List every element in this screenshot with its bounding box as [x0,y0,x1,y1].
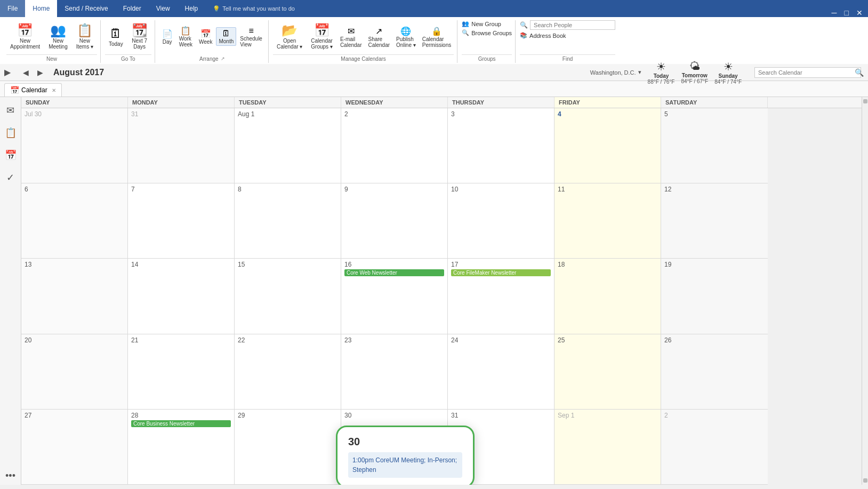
sidebar-mail-icon[interactable]: ✉ [3,101,18,119]
minimize-button[interactable]: ─ [829,9,840,17]
cell-aug13[interactable]: 13 [21,259,128,334]
cell-aug30[interactable]: 30 30 1:00pm CoreUM Meeting; In-Person; … [341,410,448,485]
work-week-button[interactable]: 📋 WorkWeek [176,24,195,49]
cell-aug26[interactable]: 26 [661,334,768,410]
sidebar-tasks-icon[interactable]: 📋 [2,124,20,142]
cell-aug29[interactable]: 29 [235,410,341,485]
share-calendar-label: ShareCalendar [368,36,390,48]
next-month-button[interactable]: ▶ [34,67,47,78]
cell-sep1[interactable]: Sep 1 [554,410,661,485]
cell-aug15[interactable]: 15 [235,259,341,334]
day-view-button[interactable]: 📄 Day [159,27,175,46]
tab-send-receive[interactable]: Send / Receive [57,0,115,17]
cell-aug21[interactable]: 21 [128,334,235,410]
cell-aug16[interactable]: 16 Core Web Newsletter [341,259,448,334]
sunday-temp: 84°F / 74°F [714,79,742,85]
cell-sep2[interactable]: 2 [661,410,768,485]
prev-month-button[interactable]: ◀ [19,67,33,78]
month-icon: 🗓 [222,29,230,38]
new-meeting-button[interactable]: 👥 New Meeting [45,21,71,52]
cell-aug27[interactable]: 27 [21,410,128,485]
cell-aug12[interactable]: 12 [661,183,768,259]
cell-jul30[interactable]: Jul 30 [21,108,128,183]
cell-aug22[interactable]: 22 [235,334,341,410]
tab-tell-me[interactable]: 💡 Tell me what you want to do [205,0,302,17]
sidebar-contacts-icon[interactable]: ✓ [3,169,18,187]
sidebar-calendar-icon[interactable]: 📅 [2,146,20,164]
cell-aug28[interactable]: 28 Core Business Newsletter [128,410,235,485]
email-calendar-button[interactable]: ✉ E-mailCalendar [337,25,365,50]
cell-jul31[interactable]: 31 [128,108,235,183]
cell-aug23[interactable]: 23 [341,334,448,410]
cell-aug3[interactable]: 3 [448,108,554,183]
tab-file[interactable]: File [0,0,25,17]
month-button[interactable]: 🗓 Month [216,27,236,46]
calendar-groups-button[interactable]: 📅 CalendarGroups ▾ [307,21,336,52]
arrange-dialog-icon[interactable]: ↗ [221,56,225,61]
cell-aug5[interactable]: 5 [661,108,768,183]
cell-aug24[interactable]: 24 [448,334,554,410]
next7days-button[interactable]: 📆 Next 7Days [128,21,151,52]
cell-aug9[interactable]: 9 [341,183,448,259]
event-core-web-newsletter[interactable]: Core Web Newsletter [344,269,444,276]
goto-group-label: Go To [105,54,151,63]
new-appointment-button[interactable]: 📅 New Appointment [6,21,44,52]
new-group-button[interactable]: 👥 New Group [462,20,501,27]
browse-groups-button[interactable]: 🔍 Browse Groups [462,29,512,36]
cell-aug1[interactable]: Aug 1 [235,108,341,183]
new-items-button[interactable]: 📋 NewItems ▾ [73,21,97,52]
maximize-button[interactable]: □ [841,9,852,17]
tab-view[interactable]: View [149,0,178,17]
week-3: 13 14 15 16 Core Web Newsletter 17 Core … [21,259,862,334]
scroll-up-arrow[interactable] [863,99,867,103]
search-calendar-icon[interactable]: 🔍 [855,68,864,77]
close-button[interactable]: ✕ [853,9,866,17]
cell-aug4[interactable]: 4 [554,108,661,183]
tab-help[interactable]: Help [178,0,206,17]
work-week-icon: 📋 [180,26,191,36]
cell-aug19[interactable]: 19 [661,259,768,334]
cell-aug10[interactable]: 10 [448,183,554,259]
scrollbar[interactable] [862,97,868,485]
calendar-permissions-button[interactable]: 🔒 CalendarPermissions [420,25,454,50]
today-label: Today [654,73,669,79]
cell-aug18[interactable]: 18 [554,259,661,334]
calendar-tab-label: Calendar [21,86,47,94]
cell-aug25[interactable]: 25 [554,334,661,410]
search-people-input[interactable] [530,20,615,30]
cell-aug6[interactable]: 6 [21,183,128,259]
location-label[interactable]: Washington, D.C. ▾ [590,69,641,76]
calendar-tab-close[interactable]: ✕ [52,87,56,93]
sunday-sun-icon: ☀ [724,60,733,73]
tab-folder[interactable]: Folder [116,0,149,17]
cell-aug8[interactable]: 8 [235,183,341,259]
sidebar-more-button[interactable]: ••• [2,467,19,485]
cell-aug2[interactable]: 2 [341,108,448,183]
open-calendar-button[interactable]: 📂 OpenCalendar ▾ [273,21,306,52]
header-spacer [768,97,862,108]
calendar-grid-container[interactable]: Jul 30 31 Aug 1 2 3 4 5 6 7 8 9 10 11 12… [21,108,862,485]
share-calendar-icon: ↗ [375,26,382,36]
cell-aug7[interactable]: 7 [128,183,235,259]
tomorrow-label: Tomorrow [682,73,708,78]
schedule-view-button[interactable]: ≡ ScheduleView [237,25,265,49]
scroll-down-arrow[interactable] [863,478,867,483]
share-calendar-button[interactable]: ↗ ShareCalendar [365,25,392,50]
cell-aug17[interactable]: 17 Core FileMaker Newsletter [448,259,554,334]
tab-home[interactable]: Home [25,0,57,17]
sidebar-toggle-button[interactable]: ▶ [4,67,15,77]
popup-event[interactable]: 1:00pm CoreUM Meeting; In-Person; Stephe… [348,452,462,478]
event-core-business-newsletter[interactable]: Core Business Newsletter [131,420,231,427]
event-core-filemaker-newsletter[interactable]: Core FileMaker Newsletter [451,269,551,276]
cell-aug20[interactable]: 20 [21,334,128,410]
calendar-tab[interactable]: 📅 Calendar ✕ [4,83,62,97]
week-button[interactable]: 📅 Week [196,27,215,46]
ribbon-group-groups: 👥 New Group 🔍 Browse Groups Groups [459,20,516,63]
cell-aug14[interactable]: 14 [128,259,235,334]
address-book-button[interactable]: 📚 Address Book [520,32,566,39]
search-calendar-input[interactable] [754,67,861,78]
cell-aug11[interactable]: 11 [554,183,661,259]
weather-sunday: ☀ Sunday 84°F / 74°F [714,60,742,85]
today-button[interactable]: 🗓 Today [105,25,127,50]
publish-online-button[interactable]: 🌐 PublishOnline ▾ [393,25,419,50]
